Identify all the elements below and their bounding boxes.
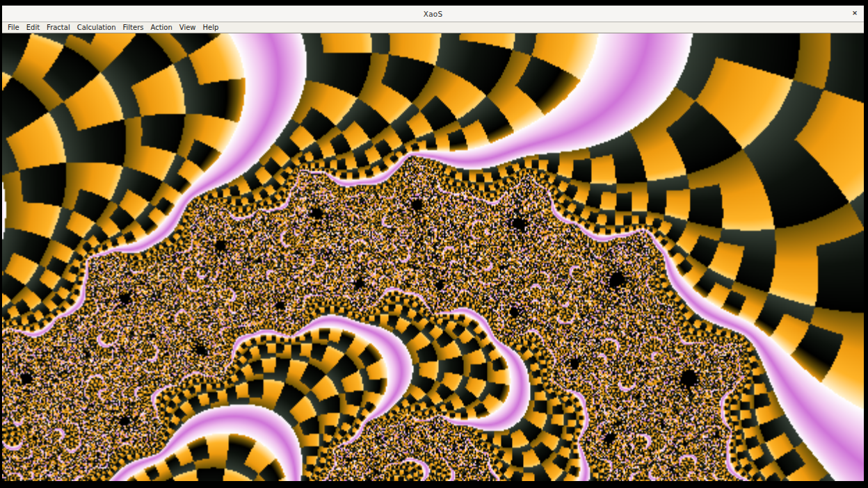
menu-item-action[interactable]: Action <box>147 22 175 33</box>
xaos-window: XaoS ✕ File Edit Fractal Calculation Fil… <box>2 6 864 481</box>
screen: { "window": { "title": "XaoS" }, "titleb… <box>0 0 868 488</box>
fractal-canvas[interactable] <box>2 33 864 481</box>
menu-item-file[interactable]: File <box>4 22 23 33</box>
menu-item-help[interactable]: Help <box>200 22 223 33</box>
fractal-view <box>2 33 864 481</box>
menu-bar: File Edit Fractal Calculation Filters Ac… <box>2 22 864 33</box>
menu-item-fractal[interactable]: Fractal <box>43 22 74 33</box>
close-icon: ✕ <box>852 10 858 17</box>
menu-item-edit[interactable]: Edit <box>23 22 43 33</box>
close-button[interactable]: ✕ <box>849 8 861 20</box>
title-bar[interactable]: XaoS ✕ <box>2 6 864 22</box>
menu-item-view[interactable]: View <box>176 22 200 33</box>
menu-item-calculation[interactable]: Calculation <box>74 22 120 33</box>
window-title: XaoS <box>424 10 443 18</box>
menu-item-filters[interactable]: Filters <box>120 22 147 33</box>
